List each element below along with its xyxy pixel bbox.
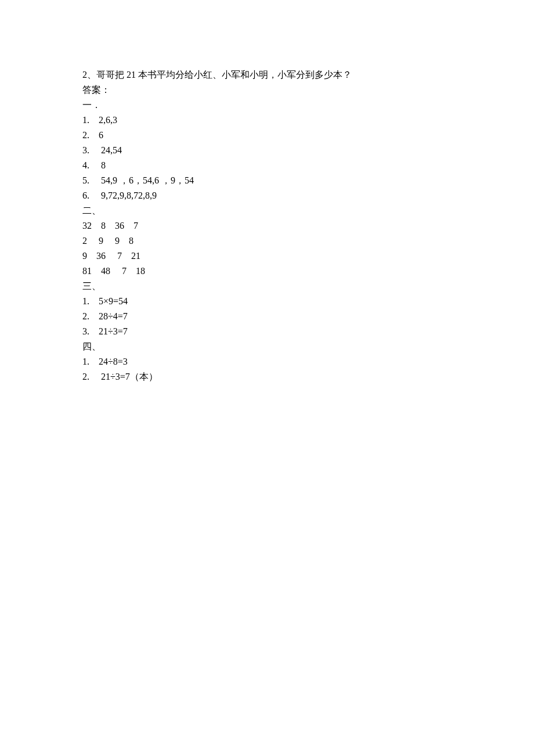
section-3-item-1: 1. 5×9=54 — [82, 294, 452, 309]
section-2-row-3: 9 36 7 21 — [82, 249, 452, 264]
question-2: 2、哥哥把 21 本书平均分给小红、小军和小明，小军分到多少本？ — [82, 67, 452, 82]
section-4-item-1: 1. 24÷8=3 — [82, 354, 452, 369]
section-3-item-3: 3. 21÷3=7 — [82, 324, 452, 339]
section-1-item-4: 4. 8 — [82, 158, 452, 173]
section-2-header: 二、 — [82, 203, 452, 218]
section-4-header: 四、 — [82, 339, 452, 354]
answers-label: 答案： — [82, 82, 452, 98]
section-3-item-2: 2. 28÷4=7 — [82, 309, 452, 324]
section-2-row-1: 32 8 36 7 — [82, 218, 452, 233]
section-3-header: 三、 — [82, 279, 452, 294]
section-1-item-5: 5. 54,9 ，6，54,6 ，9，54 — [82, 173, 452, 188]
section-2-row-2: 2 9 9 8 — [82, 233, 452, 249]
section-1-item-3: 3. 24,54 — [82, 143, 452, 158]
section-1-header: 一． — [82, 98, 452, 113]
section-1-item-1: 1. 2,6,3 — [82, 113, 452, 128]
section-2-row-4: 81 48 7 18 — [82, 264, 452, 279]
section-4-item-2: 2. 21÷3=7（本） — [82, 369, 452, 384]
section-1-item-2: 2. 6 — [82, 128, 452, 143]
section-1-item-6: 6. 9,72,9,8,72,8,9 — [82, 188, 452, 203]
